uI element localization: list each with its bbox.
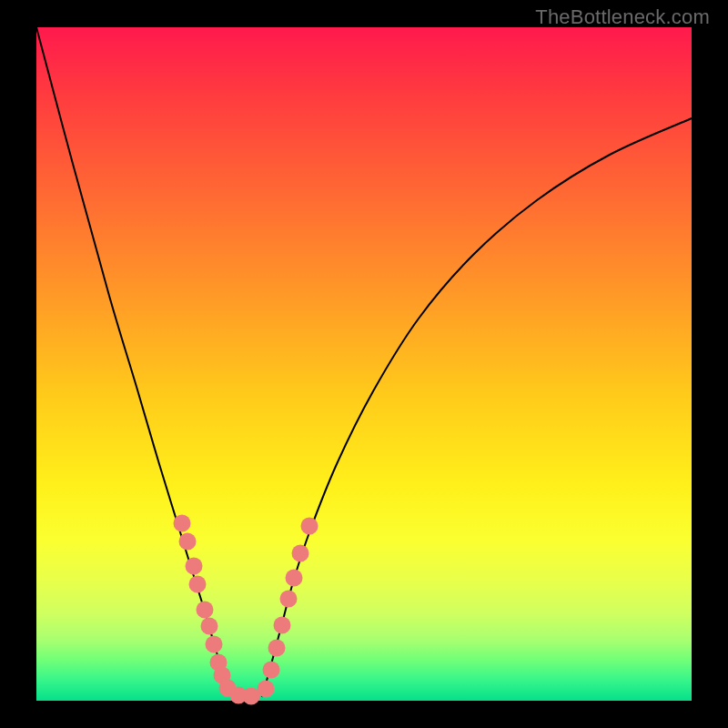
data-dot bbox=[280, 591, 298, 608]
data-dot bbox=[201, 618, 218, 635]
dot-cluster bbox=[174, 515, 318, 705]
data-dot bbox=[258, 681, 275, 698]
data-dot bbox=[206, 636, 223, 653]
data-dot bbox=[286, 570, 303, 587]
data-dot bbox=[189, 576, 207, 593]
curves-svg bbox=[36, 27, 692, 701]
data-dot bbox=[179, 533, 197, 551]
left-curve bbox=[36, 27, 235, 697]
data-dot bbox=[292, 545, 309, 562]
data-dot bbox=[263, 662, 280, 679]
right-curve bbox=[262, 118, 692, 697]
data-dot bbox=[268, 640, 286, 657]
gradient-plot-area bbox=[36, 27, 692, 701]
data-dot bbox=[186, 558, 203, 575]
data-dot bbox=[197, 602, 214, 619]
data-dot bbox=[301, 518, 318, 535]
watermark-text: TheBottleneck.com bbox=[535, 5, 710, 29]
data-dot bbox=[274, 617, 291, 634]
data-dot bbox=[174, 515, 191, 532]
